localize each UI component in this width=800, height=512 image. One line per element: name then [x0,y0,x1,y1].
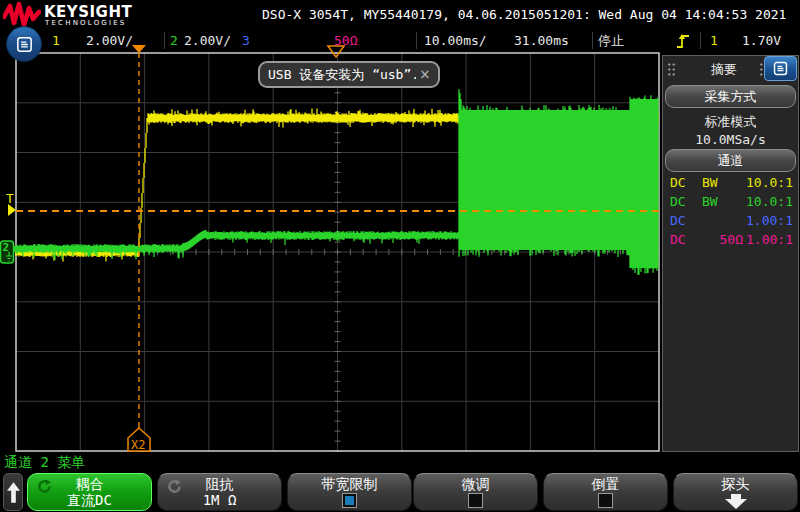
trigger-slope-icon [676,32,690,49]
acquisition-mode-button[interactable]: 采集方式 [665,85,796,108]
ch3-number[interactable]: 3 [242,28,250,53]
sidebar-channel-row-4: DC 50Ω 1.00:1 [670,231,793,248]
oscilloscope-screen: KEYSIGHT TECHNOLOGIES DSO-X 3054T, MY554… [0,0,800,512]
main-menu-button[interactable] [6,26,42,62]
channels-button[interactable]: 通道 [665,149,796,172]
cursor-x2-label: X2 [131,438,145,452]
channel2-burst-block [459,110,630,250]
summary-menu-button[interactable] [764,56,797,81]
softkey-impedance[interactable]: 阻抗 1M Ω [157,473,282,511]
channel2-bw-flag: BW [702,194,732,209]
softkey-menu-title: 通道 2 菜单 [4,454,85,472]
softkey-coupling-value: 直流DC [28,492,151,508]
softkey-invert-label: 倒置 [544,476,667,492]
softkey-impedance-label: 阻抗 [158,476,281,492]
down-arrow-icon [725,494,747,509]
sidebar-channel-row-1: DC BW 10.0:1 [670,174,793,191]
brand-subtitle: TECHNOLOGIES [45,19,127,27]
ch2-number[interactable]: 2 [170,28,178,53]
channel4-probe-ratio: 1.00:1 [743,232,793,247]
acquisition-state: 停止 [598,28,624,53]
softkey-probe[interactable]: 探头 [673,473,798,511]
summary-panel: 摘要 采集方式 标准模式 10.0MSa/s 通道 DC BW 10.0:1 D… [662,55,799,452]
menu-icon [15,35,34,54]
invert-checkbox[interactable] [598,493,613,508]
softkey-menu: 通道 2 菜单 耦合 直流DC 阻抗 1M Ω 带宽限制 [0,452,800,512]
softkey-probe-label: 探头 [674,476,797,492]
statusbar-divider [592,32,593,49]
statusbar-divider [700,32,701,49]
usb-notification-dialog: USB 设备安装为 “usb”. × [258,61,440,88]
graticule-gridlines [16,53,659,451]
channel2-coupling: DC [670,194,702,209]
channel4-coupling: DC [670,232,696,247]
softkey-bandwidth-limit-label: 带宽限制 [288,476,411,492]
cursor-x2-flag [128,428,150,451]
dialog-close-button[interactable]: × [416,66,430,83]
channel1-trace [16,108,658,261]
sample-rate: 10.0MSa/s [663,132,798,147]
timebase-scale[interactable]: 10.00ms/ [424,28,487,53]
channel2-probe-ratio: 10.0:1 [743,194,793,209]
channel3-coupling: DC [670,213,702,228]
acquisition-mode-value: 标准模式 [663,113,798,131]
timebase-delay[interactable]: 31.00ms [514,28,569,53]
up-arrow-icon [7,482,20,503]
channel2-marker-arrow [13,245,18,253]
summary-title: 摘要 [691,61,757,79]
graticule-ticks [16,53,659,451]
statusbar-divider [164,32,165,49]
ch2-scale[interactable]: 2.00V/ [184,28,231,53]
channel4-impedance: 50Ω [720,232,743,247]
instrument-info: DSO-X 3054T, MY55440179, 04.06.201505120… [262,7,786,22]
channel2-trace [16,89,658,275]
fine-adjust-checkbox[interactable] [468,493,483,508]
menu-icon [772,60,789,77]
menu-back-button[interactable] [3,473,23,511]
channel2-ground-marker-label: 2 [3,241,10,254]
channel1-bw-flag: BW [702,175,732,190]
waveform-display[interactable]: X2T2 [0,40,662,452]
dialog-message: USB 设备安装为 “usb”. [268,66,416,84]
trigger-level[interactable]: 1.70V [742,28,781,53]
softkey-fine-adjust[interactable]: 微调 [413,473,538,511]
title-bar: KEYSIGHT TECHNOLOGIES DSO-X 3054T, MY554… [0,0,800,28]
channel1-coupling: DC [670,175,702,190]
trigger-source[interactable]: 1 [710,28,718,53]
channel3-probe-ratio: 1.00:1 [743,213,793,228]
drag-handle-dots [667,62,676,77]
sidebar-channel-row-2: DC BW 10.0:1 [670,193,793,210]
sidebar-channel-row-3: DC 1.00:1 [670,212,793,229]
channel1-probe-ratio: 10.0:1 [743,175,793,190]
softkey-fine-adjust-label: 微调 [414,476,537,492]
softkey-coupling-label: 耦合 [28,476,151,492]
channel2-burst-block-wide [630,99,658,268]
keysight-logo-icon [3,2,41,27]
channel2-ground-marker [1,241,14,263]
softkey-coupling[interactable]: 耦合 直流DC [27,473,152,511]
softkey-invert[interactable]: 倒置 [543,473,668,511]
status-bar: 1 2.00V/ 2 2.00V/ 3 50Ω 10.00ms/ 31.00ms… [0,28,800,53]
statusbar-divider [416,32,417,49]
ch1-scale[interactable]: 2.00V/ [86,28,133,53]
summary-panel-header[interactable]: 摘要 [663,56,798,82]
ground-symbol-icon [6,252,12,261]
softkey-impedance-value: 1M Ω [158,492,281,508]
trigger-level-t-label: T [6,191,14,206]
softkey-bandwidth-limit[interactable]: 带宽限制 [287,473,412,511]
trigger-level-marker [8,204,16,216]
ch4-impedance[interactable]: 50Ω [334,28,357,53]
bandwidth-limit-checkbox[interactable] [342,493,357,508]
ch1-number[interactable]: 1 [52,28,60,53]
graticule-border [16,53,659,451]
